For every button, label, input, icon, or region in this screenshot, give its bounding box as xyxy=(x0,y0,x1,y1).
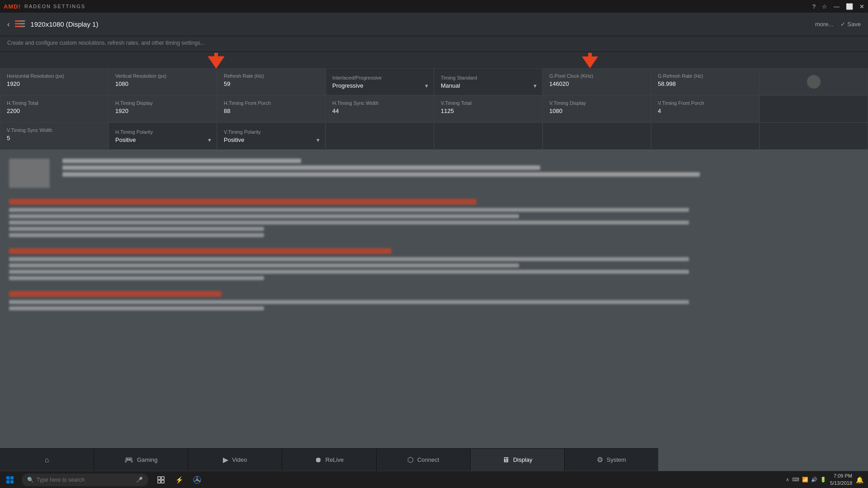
v-timing-total-value[interactable]: 1125 xyxy=(441,108,536,114)
h-timing-sync-width-cell: H.Timing Sync Width 44 xyxy=(326,95,434,122)
v-timing-display-value[interactable]: 1080 xyxy=(549,108,644,114)
v-timing-polarity-value[interactable]: Positive ▼ xyxy=(224,136,319,143)
horizontal-resolution-cell: Horizontal Resolution (px) 1920 xyxy=(0,68,108,95)
close-icon[interactable]: ✕ xyxy=(859,3,864,10)
start-button[interactable] xyxy=(0,471,20,488)
h-timing-display-value[interactable]: 1920 xyxy=(115,108,210,114)
blur-line xyxy=(9,221,689,225)
blur-text-1 xyxy=(62,159,859,179)
network-icon[interactable]: 📶 xyxy=(802,477,808,483)
row3-empty-4 xyxy=(651,122,760,150)
tray-expand-icon[interactable]: ∧ xyxy=(786,477,789,483)
slider-thumb[interactable] xyxy=(807,75,821,89)
nav-display-label: Display xyxy=(513,456,533,463)
content-area xyxy=(0,150,868,443)
timing-standard-dropdown-arrow[interactable]: ▼ xyxy=(533,83,538,89)
nav-system-label: System xyxy=(607,456,626,463)
interlaced-dropdown-arrow[interactable]: ▼ xyxy=(424,83,429,89)
h-timing-sync-width-value[interactable]: 44 xyxy=(332,108,427,114)
nav-video-label: Video xyxy=(232,456,247,463)
slider-cell xyxy=(760,68,868,95)
interlaced-progressive-cell: Interlaced/Progressive Progressive ▼ xyxy=(326,68,434,95)
v-polarity-dropdown-arrow[interactable]: ▼ xyxy=(316,137,321,143)
interlaced-progressive-value[interactable]: Progressive ▼ xyxy=(332,82,427,89)
blur-thumbnail-1 xyxy=(9,159,50,188)
nav-system[interactable]: ⚙ System xyxy=(565,449,658,471)
microphone-icon[interactable]: 🎤 xyxy=(136,477,143,483)
display-icon: 🖥 xyxy=(502,456,509,464)
refresh-rate-cell: Refresh Rate (Hz) 59 xyxy=(217,68,326,95)
svg-rect-10 xyxy=(161,477,164,479)
blur-line xyxy=(9,306,264,310)
blur-line xyxy=(62,172,700,177)
title-bar-controls: ? ☆ — ⬜ ✕ xyxy=(812,3,864,10)
v-timing-total-label: V.Timing Total xyxy=(441,100,536,106)
blur-line xyxy=(9,233,264,237)
g-pixel-clock-value[interactable]: 146020 xyxy=(549,80,644,87)
refresh-rate-arrow-indicator xyxy=(207,53,225,68)
timing-standard-value[interactable]: Manual ▼ xyxy=(441,82,536,89)
nav-relive[interactable]: ⏺ ReLive xyxy=(282,449,376,471)
v-timing-sync-width-label: V.Timing Sync Width xyxy=(7,127,102,133)
blur-line xyxy=(9,227,264,231)
search-input[interactable] xyxy=(37,477,127,483)
vertical-resolution-value[interactable]: 1080 xyxy=(115,80,210,87)
h-timing-polarity-cell: H.Timing Polarity Positive ▼ xyxy=(108,122,217,150)
help-icon[interactable]: ? xyxy=(812,3,816,10)
v-timing-front-porch-value[interactable]: 4 xyxy=(658,108,753,114)
display-title: 868x488 (Display 1) xyxy=(30,20,98,28)
taskbar-clock[interactable]: 7:09 PM 5/13/2018 xyxy=(830,473,852,487)
v-timing-total-cell: V.Timing Total 1125 xyxy=(434,95,542,122)
search-icon: 🔍 xyxy=(27,477,34,483)
back-button[interactable]: ‹ xyxy=(7,20,9,28)
h-timing-front-porch-value[interactable]: 88 xyxy=(224,108,319,114)
maximize-icon[interactable]: ⬜ xyxy=(846,3,853,10)
nav-home[interactable]: ⌂ xyxy=(0,449,94,471)
chrome-icon xyxy=(193,476,201,484)
task-view-button[interactable] xyxy=(153,472,169,488)
h-timing-total-value[interactable]: 2200 xyxy=(7,108,102,114)
header-actions: more... ✓ Save xyxy=(815,21,861,28)
interlaced-progressive-label: Interlaced/Progressive xyxy=(332,75,427,80)
svg-rect-7 xyxy=(6,480,9,483)
volume-icon[interactable]: 🔊 xyxy=(811,477,817,483)
h-timing-polarity-value[interactable]: Positive ▼ xyxy=(115,136,210,143)
v-timing-display-cell: V.Timing Display 1080 xyxy=(542,95,651,122)
form-row-1: Horizontal Resolution (px) 1920 Vertical… xyxy=(0,68,868,95)
v-timing-sync-width-value[interactable]: 5 xyxy=(7,135,102,141)
amd-taskbar-app[interactable]: ⚡ xyxy=(171,472,187,488)
vertical-resolution-label: Vertical Resolution (px) xyxy=(115,73,210,79)
notifications-icon[interactable]: 🔔 xyxy=(856,476,863,483)
g-pixel-clock-cell: G.Pixel Clock (KHz) 146020 xyxy=(542,68,651,95)
nav-connect[interactable]: ⬡ Connect xyxy=(377,449,471,471)
svg-rect-4 xyxy=(588,53,592,58)
refresh-rate-value[interactable]: 59 xyxy=(224,80,319,87)
chrome-taskbar-app[interactable] xyxy=(189,472,205,488)
more-button[interactable]: more... xyxy=(815,21,833,28)
refresh-rate-label: Refresh Rate (Hz) xyxy=(224,73,319,79)
blur-line xyxy=(9,276,264,280)
nav-display[interactable]: 🖥 Display xyxy=(471,449,565,471)
save-button[interactable]: ✓ Save xyxy=(840,21,861,28)
taskbar-app-icons: ⚡ xyxy=(153,472,205,488)
h-timing-display-cell: H.Timing Display 1920 xyxy=(108,95,217,122)
clock-time: 7:09 PM xyxy=(830,473,852,479)
v-timing-sync-width-cell: V.Timing Sync Width 5 xyxy=(0,122,108,150)
horizontal-resolution-value[interactable]: 1920 xyxy=(7,80,102,87)
keyboard-icon: ⌨ xyxy=(792,477,799,483)
nav-gaming[interactable]: 🎮 Gaming xyxy=(94,449,188,471)
g-refresh-rate-value[interactable]: 58.998 xyxy=(658,80,753,87)
svg-rect-8 xyxy=(10,480,14,483)
h-timing-sync-width-label: H.Timing Sync Width xyxy=(332,100,427,106)
g-refresh-rate-cell: G.Refresh Rate (Hz) 58.998 xyxy=(651,68,760,95)
nav-video[interactable]: ▶ Video xyxy=(188,449,282,471)
star-icon[interactable]: ☆ xyxy=(822,3,827,10)
h-timing-polarity-label: H.Timing Polarity xyxy=(115,129,210,135)
minimize-icon[interactable]: — xyxy=(834,3,840,10)
timing-standard-cell: Timing Standard Manual ▼ xyxy=(434,68,542,95)
h-polarity-dropdown-arrow[interactable]: ▼ xyxy=(207,137,212,143)
taskbar-search-box[interactable]: 🔍 🎤 xyxy=(22,474,148,486)
h-timing-total-cell: H.Timing Total 2200 xyxy=(0,95,108,122)
blur-title-2 xyxy=(9,199,476,205)
svg-rect-5 xyxy=(6,476,9,479)
